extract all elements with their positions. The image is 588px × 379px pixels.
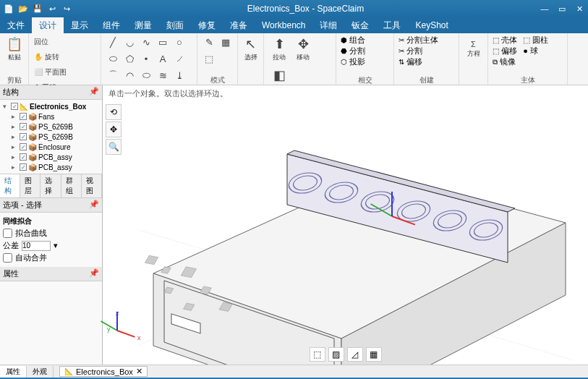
dock-bar: 属性 外观 📐 Electronics_Box ✕	[0, 365, 588, 378]
ribbon-group-orient: 回位 ✋ 旋转 ⬜ 平面图 ✥ 平移 定向	[29, 33, 101, 85]
structure-tabs: 结构 图层 选择 群组 视图	[0, 174, 102, 198]
ribbon-label: 主体	[493, 75, 563, 84]
structure-tree[interactable]: ▾✓📐Electronics_Box ▸✓📦Fans ▸✓📦PS_6269B ▸…	[0, 100, 102, 174]
view-cube-icon[interactable]: ⬚	[310, 347, 325, 362]
structure-header: 结构📌	[0, 85, 102, 100]
ribbon-tabs: 文件 设计 显示 组件 测量 刻面 修复 准备 Workbench 详细 钣金 …	[0, 17, 588, 33]
open-icon[interactable]: 📂	[17, 3, 29, 14]
ribbon-group-intersect: ⬢ 组合 ⬣ 分割 ⬡ 投影 相交	[336, 33, 394, 85]
panel-pin-icon[interactable]: 📌	[89, 268, 99, 279]
section-mode-icon[interactable]: ▦	[218, 35, 233, 49]
move-button[interactable]: ✥移动	[292, 35, 314, 64]
tangent-arc-icon[interactable]: ⌒	[106, 68, 120, 82]
ribbon-label: 剪贴板	[4, 75, 24, 84]
offset-body-button[interactable]: ⬚ 偏移 ● 球	[493, 46, 538, 56]
ellipse-icon[interactable]: ⬭	[106, 51, 120, 66]
polygon-icon[interactable]: ⬠	[122, 51, 137, 66]
3d-viewport[interactable]: 单击一个对象。双击以选择环边。 ⟲ ✥ 🔍	[103, 85, 588, 365]
maximize-button[interactable]: ▭	[556, 3, 568, 14]
spin-button[interactable]: ✋ 旋转	[33, 50, 60, 64]
mirror-button[interactable]: ⧉ 镜像	[493, 56, 516, 67]
offset-button[interactable]: ⇅ 偏移	[399, 56, 422, 67]
tab-structure[interactable]: 结构	[0, 174, 20, 197]
ribbon-group-select: ↖选择	[238, 33, 264, 85]
tolerance-input[interactable]	[22, 241, 51, 251]
minimize-button[interactable]: —	[539, 3, 550, 14]
tab-groups[interactable]: 群组	[61, 174, 82, 197]
dock-tab-appearance[interactable]: 外观	[27, 366, 54, 378]
new-icon[interactable]: 📄	[3, 3, 14, 14]
tab-workbench[interactable]: Workbench	[255, 17, 312, 33]
sketch-mode-icon[interactable]: ✎	[202, 35, 216, 49]
move-triad[interactable]	[392, 216, 421, 244]
automerge-checkbox[interactable]	[3, 253, 12, 263]
spline-icon[interactable]: ∿	[139, 35, 153, 49]
tab-views[interactable]: 视图	[82, 174, 102, 197]
tab-keyshot[interactable]: KeyShot	[408, 17, 455, 33]
tab-prepare[interactable]: 准备	[223, 17, 255, 33]
split-face-button[interactable]: ✂ 分割	[399, 46, 422, 56]
point-icon[interactable]: •	[139, 51, 153, 66]
close-button[interactable]: ✕	[574, 3, 585, 14]
undo-icon[interactable]: ↩	[46, 3, 58, 14]
tab-detail[interactable]: 详细	[312, 17, 344, 33]
snapshot-icon[interactable]: ▦	[366, 347, 382, 362]
split-body-button[interactable]: ✂ 分割主体	[399, 35, 438, 46]
tab-assembly[interactable]: 组件	[95, 17, 127, 33]
spline-checkbox[interactable]	[3, 229, 12, 238]
perspective-icon[interactable]: ◿	[347, 347, 363, 362]
tab-facet[interactable]: 刻面	[159, 17, 191, 33]
project-button[interactable]: ⬡ 投影	[341, 56, 365, 67]
arc-icon[interactable]: ◡	[122, 35, 137, 49]
line-icon[interactable]: ╱	[106, 35, 120, 49]
tab-file[interactable]: 文件	[0, 17, 32, 33]
home-view-button[interactable]: 回位	[33, 35, 49, 49]
tab-tools[interactable]: 工具	[376, 17, 408, 33]
offset-curve-icon[interactable]: ≋	[155, 68, 170, 82]
close-tab-icon[interactable]: ✕	[136, 367, 142, 376]
tab-sheetmetal[interactable]: 钣金	[344, 17, 376, 33]
shell-button[interactable]: ⬚ 壳体 ⬚ 圆柱	[493, 35, 548, 46]
panel-pin-icon[interactable]: 📌	[89, 200, 99, 210]
tab-display[interactable]: 显示	[64, 17, 95, 33]
ribbon-group-equation: Σ方程	[459, 33, 488, 85]
circle-icon[interactable]: ○	[172, 35, 187, 49]
svg-rect-24	[145, 255, 158, 264]
equation-button[interactable]: Σ方程	[464, 35, 483, 64]
tab-measure[interactable]: 测量	[127, 17, 159, 33]
tab-repair[interactable]: 修复	[191, 17, 223, 33]
window-title: Electronics_Box - SpaceClaim	[72, 4, 539, 14]
shade-mode-icon[interactable]: ▨	[328, 347, 344, 362]
ribbon-label	[242, 75, 259, 84]
ribbon-label: 创建	[399, 75, 454, 84]
dropdown-icon[interactable]: ▾	[54, 241, 58, 250]
project-icon[interactable]: ⤓	[172, 68, 187, 82]
ribbon-group-sketch: ╱ ◡ ∿ ▭ ○ ⬭ ⬠ • A ⟋ ⌒ ◠ ⬭ ≋ ⤓ ✂ ⌐ ◟ 草图	[101, 33, 197, 85]
ribbon-group-edit: ⬆拉动 ✥移动 ◧填充 编辑	[264, 33, 336, 85]
tab-selection[interactable]: 选择	[41, 174, 61, 197]
combine-button[interactable]: ⬢ 组合	[341, 35, 365, 46]
save-icon[interactable]: 💾	[32, 3, 43, 14]
orientation-triad[interactable]: x y z	[117, 330, 146, 359]
dock-tab-properties[interactable]: 属性	[0, 366, 27, 378]
panel-pin-icon[interactable]: 📌	[89, 87, 99, 98]
construction-icon[interactable]: ⟋	[172, 51, 187, 66]
redo-icon[interactable]: ↪	[61, 3, 72, 14]
text-icon[interactable]: A	[155, 51, 170, 66]
plan-view-button[interactable]: ⬜ 平面图	[33, 65, 67, 80]
tab-design[interactable]: 设计	[32, 17, 64, 33]
document-tab[interactable]: 📐 Electronics_Box ✕	[59, 366, 148, 377]
ribbon-group-body: ⬚ 壳体 ⬚ 圆柱 ⬚ 偏移 ● 球 ⧉ 镜像 主体	[488, 33, 568, 85]
three-point-arc-icon[interactable]: ◠	[122, 68, 137, 82]
ribbon-label: 相交	[341, 75, 389, 84]
pull-button[interactable]: ⬆拉动	[268, 35, 290, 64]
rect-icon[interactable]: ▭	[155, 35, 170, 49]
select-button[interactable]: ↖选择	[242, 35, 259, 64]
tab-layers[interactable]: 图层	[20, 174, 41, 197]
slot-icon[interactable]: ⬭	[139, 68, 153, 82]
ribbon-group-mode: ✎ ▦ ⬚ 模式	[197, 33, 238, 85]
split-button[interactable]: ⬣ 分割	[341, 46, 365, 56]
viewport-bottom-toolbar: ⬚ ▨ ◿ ▦	[310, 347, 382, 362]
3d-mode-icon[interactable]: ⬚	[202, 51, 216, 66]
paste-button[interactable]: 📋粘贴	[4, 35, 24, 64]
